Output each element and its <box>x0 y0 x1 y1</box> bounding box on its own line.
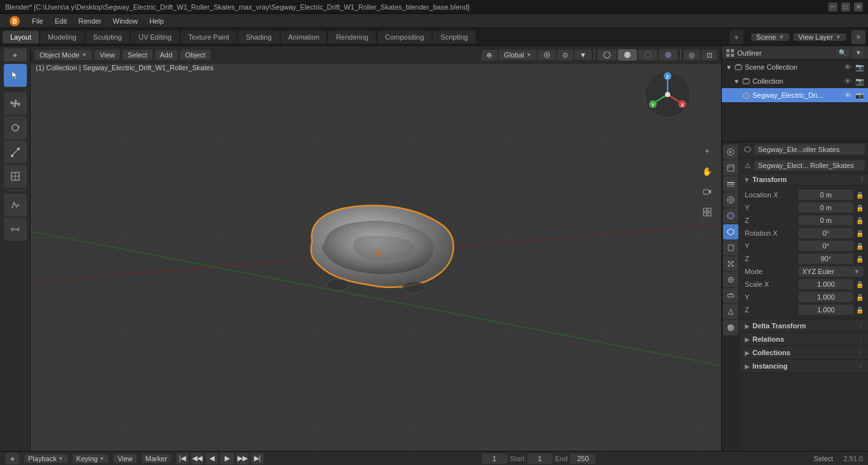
tab-layout[interactable]: Layout <box>3 31 39 43</box>
rotation-y-lock[interactable]: 🔒 <box>856 243 864 250</box>
viewport-pan-button[interactable]: ✋ <box>698 162 716 180</box>
measure-tool[interactable] <box>4 218 27 241</box>
outliner-search-area[interactable]: 🔍 <box>836 49 849 57</box>
play-back-button[interactable]: ◀ <box>206 453 218 464</box>
particles-props-icon[interactable] <box>723 256 738 271</box>
jump-end-button[interactable]: ▶| <box>251 453 264 464</box>
scale-y-lock[interactable]: 🔒 <box>856 294 864 301</box>
menu-file[interactable]: File <box>27 16 49 26</box>
delta-transform-options[interactable]: ⋮ <box>858 323 864 329</box>
rotation-x-input[interactable]: 0° <box>798 228 853 238</box>
close-button[interactable]: ✕ <box>854 3 863 11</box>
physics-props-icon[interactable] <box>723 272 738 287</box>
menu-help[interactable]: Help <box>144 16 169 26</box>
frame-start-input[interactable]: 1 <box>527 454 553 464</box>
viewport-wireframe[interactable] <box>597 49 617 61</box>
object-eye[interactable]: 👁 <box>844 91 851 99</box>
outliner-item-collection[interactable]: ▼ Collection 👁 📷 <box>722 74 868 88</box>
location-z-input[interactable]: 0 m <box>798 215 853 225</box>
viewport-proportional[interactable]: ⊙ <box>557 50 573 61</box>
viewport-add-menu[interactable]: Add <box>155 50 178 60</box>
viewport-grid-button[interactable] <box>698 203 716 221</box>
tab-uv-editing[interactable]: UV Editing <box>131 31 179 43</box>
viewport[interactable]: Object Mode ▼ View Select Add Object ⊕ G… <box>31 46 721 451</box>
frame-end-input[interactable]: 250 <box>570 454 595 464</box>
relations-options[interactable]: ⋮ <box>858 336 864 342</box>
location-y-input[interactable]: 0 m <box>798 202 853 213</box>
viewport-object-mode[interactable]: Object Mode ▼ <box>34 50 92 60</box>
keying-button[interactable]: Keying ▼ <box>73 454 109 463</box>
instancing-header[interactable]: ▶ Instancing ⋮ <box>740 360 868 372</box>
maximize-button[interactable]: □ <box>841 3 850 11</box>
viewport-view-menu[interactable]: View <box>94 50 120 60</box>
menu-blender[interactable]: B <box>4 14 26 28</box>
location-z-lock[interactable]: 🔒 <box>856 217 864 224</box>
rotation-x-lock[interactable]: 🔒 <box>856 230 864 237</box>
viewport-object-menu[interactable]: Object <box>180 50 211 60</box>
view-layer-props-icon[interactable] <box>723 176 738 192</box>
marker-button[interactable]: Marker <box>142 454 171 463</box>
tab-compositing[interactable]: Compositing <box>377 31 431 43</box>
world-props-icon[interactable] <box>723 208 738 224</box>
constraints-props-icon[interactable] <box>723 288 738 303</box>
menu-render[interactable]: Render <box>73 16 107 26</box>
header-mode-icon[interactable]: ◈ <box>5 453 19 464</box>
jump-start-button[interactable]: |◀ <box>176 453 189 464</box>
outliner-filter-button[interactable]: ▼ <box>853 47 864 59</box>
viewport-transform-global[interactable]: Global ▼ <box>498 50 537 60</box>
tab-sculpting[interactable]: Sculpting <box>86 31 130 43</box>
object-name-input[interactable]: Segway_Ele...oller Skates <box>754 144 865 155</box>
mode-icon[interactable]: ◈ <box>4 49 27 61</box>
scale-x-input[interactable]: 1.000 <box>798 279 853 289</box>
collections-header[interactable]: ▶ Collections ⋮ <box>740 346 868 359</box>
scale-y-input[interactable]: 1.000 <box>798 292 853 302</box>
object-data-props-icon[interactable] <box>723 304 738 319</box>
location-y-lock[interactable]: 🔒 <box>856 204 864 211</box>
tab-modeling[interactable]: Modeling <box>40 31 84 43</box>
play-pause-button[interactable]: ▶ <box>220 453 234 464</box>
viewport-select-menu[interactable]: Select <box>123 50 153 60</box>
menu-edit[interactable]: Edit <box>50 16 72 26</box>
scale-z-input[interactable]: 1.000 <box>798 305 853 315</box>
output-props-icon[interactable] <box>723 160 738 176</box>
transform-tool[interactable] <box>4 165 27 188</box>
move-tool[interactable] <box>4 92 27 115</box>
viewport-material[interactable] <box>638 49 657 61</box>
scene-collection-render[interactable]: 📷 <box>855 63 864 72</box>
playback-button[interactable]: Playback ▼ <box>24 454 68 463</box>
rotation-z-input[interactable]: 90° <box>798 254 853 264</box>
render-properties-icon[interactable]: × <box>851 30 865 44</box>
step-back-button[interactable]: ◀◀ <box>191 453 204 464</box>
tab-rendering[interactable]: Rendering <box>328 31 376 43</box>
collection-eye[interactable]: 👁 <box>844 77 851 85</box>
current-frame-input[interactable]: 1 <box>482 454 507 464</box>
delta-transform-header[interactable]: ▶ Delta Transform ⋮ <box>740 319 868 332</box>
viewport-zoom-in-button[interactable]: + <box>698 142 716 160</box>
rotation-z-lock[interactable]: 🔒 <box>856 255 864 263</box>
collection-render[interactable]: 📷 <box>855 77 864 86</box>
scene-props-icon[interactable] <box>723 192 738 208</box>
add-workspace-button[interactable]: + <box>730 30 744 44</box>
scene-collection-eye[interactable]: 👁 <box>844 63 851 71</box>
viewport-camera-button[interactable] <box>698 183 716 201</box>
viewport-snap[interactable] <box>538 50 556 60</box>
scale-z-lock[interactable]: 🔒 <box>856 307 864 314</box>
viewport-rendered[interactable] <box>659 49 678 61</box>
material-props-icon[interactable] <box>723 320 738 335</box>
rotation-y-input[interactable]: 0° <box>798 241 853 251</box>
scene-selector[interactable]: Scene ▼ <box>751 33 789 41</box>
instancing-options[interactable]: ⋮ <box>858 363 864 369</box>
viewport-solid[interactable] <box>618 49 637 61</box>
transform-options-icon[interactable]: ⋮ <box>859 176 865 183</box>
viewport-gizmo[interactable]: Z X Y <box>642 69 693 120</box>
object-data-input[interactable]: Segway_Elect... Roller_Skates <box>754 160 865 171</box>
tab-shading[interactable]: Shading <box>238 31 279 43</box>
location-x-lock[interactable]: 🔒 <box>856 192 864 199</box>
viewport-transform-pivot[interactable]: ⊕ <box>481 50 497 61</box>
render-props-icon[interactable] <box>723 144 738 160</box>
step-forward-button[interactable]: ▶▶ <box>236 453 249 464</box>
scale-x-lock[interactable]: 🔒 <box>856 281 864 288</box>
location-x-input[interactable]: 0 m <box>798 190 853 200</box>
relations-header[interactable]: ▶ Relations ⋮ <box>740 333 868 346</box>
transform-section-header[interactable]: ▼ Transform ⋮ <box>740 174 868 186</box>
